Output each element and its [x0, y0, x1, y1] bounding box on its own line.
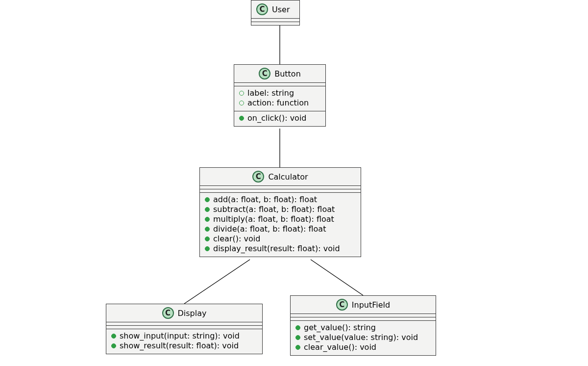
class-header: C Display — [106, 304, 262, 322]
operation-text: clear(): void — [213, 234, 260, 244]
operation-row: show_result(result: float): void — [111, 341, 257, 351]
class-operations: get_value(): string set_value(value: str… — [291, 321, 436, 355]
class-user: C User — [251, 0, 300, 26]
class-name: Display — [178, 309, 207, 318]
class-attributes: label: string action: function — [234, 86, 325, 111]
operation-text: show_input(input: string): void — [120, 331, 240, 341]
class-divider — [234, 83, 325, 86]
operation-row: divide(a: float, b: float): float — [205, 224, 356, 234]
class-calculator: C Calculator add(a: float, b: float): fl… — [199, 167, 361, 257]
class-divider — [200, 189, 361, 193]
class-inputfield: C InputField get_value(): string set_val… — [290, 295, 436, 356]
operation-text: multiply(a: float, b: float): float — [213, 214, 334, 224]
visibility-package-icon — [239, 101, 244, 105]
operation-row: clear(): void — [205, 234, 356, 244]
attribute-text: action: function — [247, 98, 309, 108]
class-divider — [251, 22, 299, 25]
operation-row: set_value(value: string): void — [295, 333, 431, 342]
class-name: User — [272, 5, 290, 14]
visibility-public-icon — [239, 116, 244, 121]
class-header: C Button — [234, 65, 325, 83]
visibility-package-icon — [239, 91, 244, 96]
operation-row: get_value(): string — [295, 323, 431, 333]
edge-calculator-inputfield — [311, 260, 363, 295]
visibility-public-icon — [205, 197, 210, 202]
class-divider — [106, 322, 262, 326]
attribute-row: label: string — [239, 88, 320, 98]
visibility-public-icon — [111, 343, 116, 348]
visibility-public-icon — [205, 207, 210, 212]
class-name: Calculator — [268, 172, 308, 182]
class-name: Button — [274, 69, 301, 78]
attribute-row: action: function — [239, 98, 320, 108]
operation-row: on_click(): void — [239, 113, 320, 123]
visibility-public-icon — [205, 227, 210, 232]
class-divider — [251, 19, 299, 22]
class-divider — [291, 314, 436, 317]
operation-text: set_value(value: string): void — [304, 333, 418, 342]
class-operations: show_input(input: string): void show_res… — [106, 329, 262, 354]
operation-text: clear_value(): void — [304, 342, 376, 352]
class-button: C Button label: string action: function … — [234, 64, 326, 127]
operation-row: show_input(input: string): void — [111, 331, 257, 341]
class-icon: C — [259, 68, 270, 79]
class-operations: add(a: float, b: float): float subtract(… — [200, 193, 361, 257]
visibility-public-icon — [295, 335, 300, 340]
class-display: C Display show_input(input: string): voi… — [106, 304, 263, 354]
uml-class-diagram: C User C Button label: string action: fu… — [0, 0, 588, 366]
operation-text: subtract(a: float, b: float): float — [213, 205, 335, 214]
operation-row: display_result(result: float): void — [205, 244, 356, 254]
visibility-public-icon — [205, 246, 210, 251]
attribute-text: label: string — [247, 88, 294, 98]
class-icon: C — [336, 299, 348, 311]
class-name: InputField — [352, 300, 390, 310]
operation-text: show_result(result: float): void — [120, 341, 239, 351]
operation-row: multiply(a: float, b: float): float — [205, 214, 356, 224]
operation-text: divide(a: float, b: float): float — [213, 224, 326, 234]
class-icon: C — [256, 3, 268, 15]
visibility-public-icon — [205, 217, 210, 222]
operation-text: display_result(result: float): void — [213, 244, 340, 254]
visibility-public-icon — [295, 325, 300, 330]
class-header: C User — [251, 0, 299, 19]
operation-row: clear_value(): void — [295, 342, 431, 352]
class-divider — [291, 317, 436, 321]
class-operations: on_click(): void — [234, 111, 325, 126]
operation-text: get_value(): string — [304, 323, 376, 333]
class-header: C Calculator — [200, 168, 361, 186]
operation-text: on_click(): void — [247, 113, 307, 123]
edge-calculator-display — [184, 260, 250, 304]
operation-text: add(a: float, b: float): float — [213, 195, 317, 205]
visibility-public-icon — [295, 345, 300, 350]
class-header: C InputField — [291, 296, 436, 314]
class-icon: C — [162, 307, 174, 319]
class-divider — [200, 186, 361, 189]
class-divider — [106, 326, 262, 329]
visibility-public-icon — [111, 334, 116, 339]
class-icon: C — [252, 171, 264, 183]
operation-row: subtract(a: float, b: float): float — [205, 205, 356, 214]
operation-row: add(a: float, b: float): float — [205, 195, 356, 205]
visibility-public-icon — [205, 236, 210, 241]
